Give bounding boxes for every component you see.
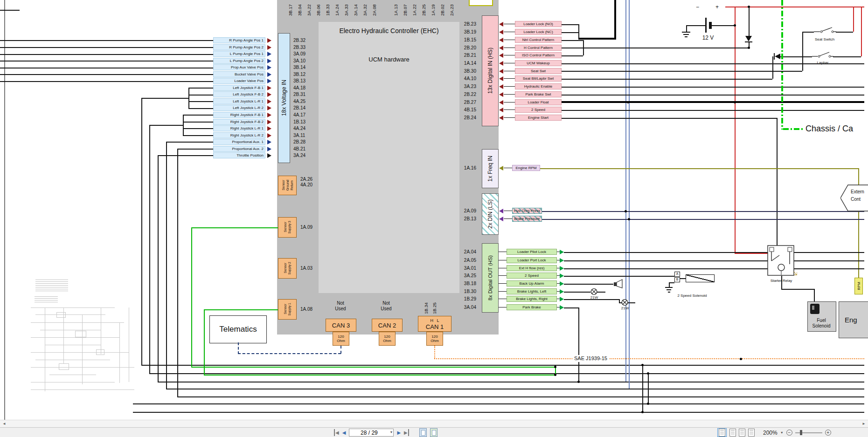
- page-number-field-wrap: ▼: [349, 429, 394, 437]
- wire: [158, 155, 213, 156]
- wire: [177, 149, 178, 396]
- engine-box: Eng: [839, 301, 868, 338]
- sensor-supply2-box: SensorSupply 2: [278, 258, 297, 279]
- zoom-in-button[interactable]: +: [825, 430, 831, 436]
- wire: [504, 168, 512, 168]
- digital-out-row: 2A.04Loader Pilot Lock: [455, 249, 567, 255]
- pin-number: 2B.32: [293, 37, 306, 43]
- wire: [669, 282, 670, 287]
- thumbnail-detail: [82, 314, 83, 384]
- pin-number: 1B.13: [293, 119, 306, 125]
- wire: [669, 282, 674, 283]
- digital-out-row: 3B.18Back Up Alarm: [455, 280, 567, 287]
- voltage-signal-label: R Pump Angle Pos 2: [213, 44, 265, 50]
- previous-view-button[interactable]: [419, 428, 427, 437]
- pin-number: 4A.10: [455, 75, 476, 82]
- first-page-button[interactable]: ◀: [334, 429, 339, 436]
- pin-number: 1B.30: [455, 288, 476, 294]
- wire: [614, 0, 616, 39]
- zoom-level-label[interactable]: 200%: [763, 430, 778, 436]
- arrow-right-icon: [267, 113, 271, 117]
- top-pin: 1A.24: [334, 0, 340, 16]
- two-page-view-button[interactable]: [739, 429, 745, 437]
- sensor-supply1-box: SensorSupply 1: [278, 299, 297, 320]
- can2-terminator: 120Ohm: [379, 332, 396, 346]
- pin-number: 3A.11: [293, 132, 305, 138]
- next-page-button[interactable]: ▶: [397, 429, 401, 436]
- last-page-button[interactable]: ▶: [404, 429, 409, 436]
- din-ls-signal-label: Hyd Chrg Press: [512, 208, 542, 214]
- continuous-view-button[interactable]: [729, 429, 736, 437]
- lamp-icon: [621, 299, 628, 306]
- solenoid-icon: [810, 304, 819, 314]
- pin-number: 4A.24: [293, 125, 306, 131]
- digital-out-signal-label: Park Brake: [507, 304, 557, 310]
- voltage-signal-label: Bucket Valve Pos: [213, 71, 265, 77]
- wire: [499, 307, 507, 307]
- previous-page-button[interactable]: ◀: [342, 429, 346, 436]
- wire: [578, 307, 579, 382]
- pin-number: 3A.09: [293, 51, 306, 57]
- page-number-input[interactable]: [349, 429, 394, 437]
- arrow-right-icon: [267, 52, 271, 56]
- arrow-right-icon: [560, 250, 564, 254]
- thumbnail-detail: [31, 389, 134, 390]
- zoom-slider-thumb[interactable]: [800, 430, 802, 435]
- can3-telematics-link: [238, 342, 239, 354]
- arrow-right-icon: [560, 258, 564, 263]
- wire: [166, 142, 167, 389]
- voltage-signal-label: Left Joystick F-B 1: [213, 85, 265, 91]
- wire: [853, 7, 854, 32]
- viewer-toolbar: ◀ ◀ ▼ ▶ ▶ 200% ▼ − +: [0, 427, 868, 437]
- digital-out-signal-label: Loader Pilot Lock: [507, 249, 557, 255]
- digital-out-signal-label: Brake Lights, Right: [507, 296, 557, 302]
- arrow-right-icon: [267, 38, 271, 43]
- zoom-slider-track[interactable]: [795, 432, 822, 433]
- page-dropdown-caret-icon[interactable]: ▼: [389, 430, 393, 434]
- sensor-supply1-label: SensorSupply 1: [283, 303, 292, 315]
- wire: [504, 218, 512, 219]
- wire: [562, 101, 864, 103]
- wire: [619, 299, 620, 302]
- arrow-right-icon: [560, 281, 564, 286]
- pin-number: 3B.12: [293, 71, 306, 77]
- digital-in-signal-label: Loader Float: [515, 99, 562, 105]
- sae-bus-line: [434, 358, 864, 359]
- junction-dot: [625, 210, 627, 212]
- scroll-left-button[interactable]: ◄: [1, 421, 7, 427]
- pin-number: 3A.24: [293, 152, 306, 158]
- junction-dot: [734, 24, 736, 27]
- scroll-right-button[interactable]: ►: [861, 421, 867, 427]
- can1-terminator: 120Ohm: [426, 332, 443, 346]
- wire: [562, 71, 802, 72]
- pin-number: 1B.29: [455, 296, 476, 302]
- wire: [564, 284, 613, 285]
- pdf-diagram-canvas: Electro Hydraulic Controller (EHC) UCM h…: [0, 0, 868, 437]
- two-page-continuous-view-button[interactable]: [748, 429, 755, 437]
- zoom-dropdown-caret-icon[interactable]: ▼: [780, 431, 784, 434]
- wire: [749, 7, 750, 36]
- digital-in-signal-label: UCM Wakeup: [515, 60, 562, 66]
- page-nav-group: ◀ ◀ ▼ ▶ ▶: [334, 428, 437, 437]
- single-page-view-button[interactable]: [717, 428, 727, 437]
- zoom-slider[interactable]: [795, 430, 822, 436]
- horizontal-scrollbar[interactable]: ◄ ►: [0, 420, 868, 427]
- top-pin: 1A.19: [431, 0, 436, 16]
- digital-in-row: 2B.21ISO Control Pattern: [455, 52, 567, 58]
- wire: [802, 32, 803, 71]
- next-view-button[interactable]: [430, 428, 437, 437]
- can3-terminator: 120Ohm: [333, 332, 349, 346]
- arrow-left-icon: [499, 100, 503, 105]
- lamp-wattage-label: 21W: [618, 306, 632, 310]
- wire: [499, 252, 507, 252]
- wire: [725, 7, 864, 7]
- sae-bus-line: [434, 346, 435, 359]
- wire: [562, 87, 864, 88]
- wire: [504, 102, 515, 102]
- junction-dot: [577, 381, 580, 383]
- zoom-out-button[interactable]: −: [786, 430, 792, 436]
- digital-out-signal-label: Back Up Alarm: [507, 280, 557, 287]
- digital-out-signal-label: Loader Port Lock: [507, 257, 557, 263]
- wire: [183, 122, 213, 123]
- wire: [542, 219, 864, 220]
